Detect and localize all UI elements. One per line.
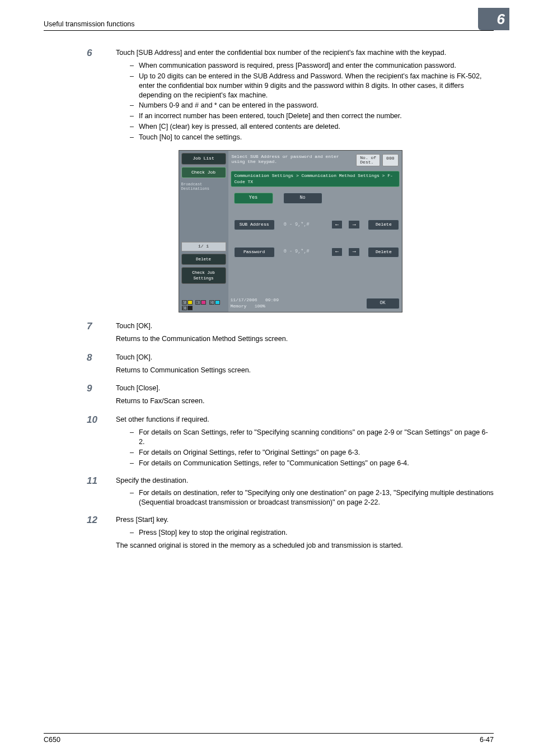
step-9: 9 Touch [Close]. Returns to Fax/Scan scr… <box>87 384 494 408</box>
screen-instruction: Select SUB Address or password and enter… <box>232 154 339 165</box>
job-list-button[interactable]: Job List <box>181 153 226 165</box>
step-number: 11 <box>87 476 116 509</box>
bullet: Numbers 0-9 and # and * can be entered i… <box>139 101 494 110</box>
bullet: For details on Original Settings, refer … <box>139 448 494 458</box>
step-11: 11 Specify the destination. –For details… <box>87 476 494 509</box>
bullet: For details on Communication Settings, r… <box>139 459 494 468</box>
step-result: Returns to the Communication Method Sett… <box>116 334 494 344</box>
sub-address-range: 0 - 9,*,# <box>284 222 326 228</box>
ok-button[interactable]: OK <box>366 298 400 309</box>
bullet: For details on destination, refer to "Sp… <box>139 488 494 507</box>
left-delete-button[interactable]: Delete <box>181 254 226 265</box>
step-result: Returns to Fax/Scan screen. <box>116 396 494 406</box>
breadcrumb: Communication Settings > Communication M… <box>231 171 400 188</box>
sub-address-delete-button[interactable]: Delete <box>368 220 399 230</box>
step-text: Set other functions if required. <box>116 415 494 424</box>
step-text: Touch [SUB Address] and enter the confid… <box>116 48 494 58</box>
sub-address-button[interactable]: SUB Address <box>234 220 275 230</box>
dest-count: 000 <box>382 154 398 166</box>
step-text: Touch [OK]. <box>116 353 494 362</box>
bullet: For details on Scan Settings, refer to "… <box>139 428 494 447</box>
step-number: 12 <box>87 515 116 553</box>
step-result: Returns to Communication Settings screen… <box>116 366 494 375</box>
step-12: 12 Press [Start] key. –Press [Stop] key … <box>87 515 494 553</box>
running-header: Useful transmission functions <box>44 20 135 28</box>
yes-button[interactable]: Yes <box>234 193 273 203</box>
toner-indicators: Y M C K <box>181 300 228 311</box>
check-job-settings-button[interactable]: Check Job Settings <box>181 267 226 284</box>
step-number: 10 <box>87 415 116 469</box>
step-text: Touch [Close]. <box>116 384 494 393</box>
pager: 1/ 1 <box>181 242 226 251</box>
step-number: 7 <box>87 321 116 346</box>
step-6: 6 Touch [SUB Address] and enter the conf… <box>87 48 494 143</box>
step-10: 10 Set other functions if required. –For… <box>87 415 494 469</box>
footer-rule <box>44 733 494 734</box>
status-bar: 11/17/2006 09:09 Memory 100% <box>231 297 279 310</box>
password-delete-button[interactable]: Delete <box>368 247 399 258</box>
step-number: 6 <box>87 48 116 143</box>
step-7: 7 Touch [OK]. Returns to the Communicati… <box>87 321 494 346</box>
bullet: If an incorrect number has been entered,… <box>139 111 494 121</box>
step-8: 8 Touch [OK]. Returns to Communication S… <box>87 353 494 377</box>
fcode-tx-screenshot: Job List Check Job Broadcast Destination… <box>179 150 402 312</box>
check-job-button[interactable]: Check Job <box>181 167 226 179</box>
password-button[interactable]: Password <box>234 247 275 258</box>
bullet: Up to 20 digits can be entered in the SU… <box>139 72 494 100</box>
bullet: When communication password is required,… <box>139 61 494 71</box>
step-text: Specify the destination. <box>116 476 494 486</box>
arrow-left-icon[interactable]: ← <box>331 220 343 229</box>
bullet: When [C] (clear) key is pressed, all ent… <box>139 122 494 132</box>
header-rule <box>44 30 494 31</box>
arrow-right-icon[interactable]: → <box>348 248 360 256</box>
step-number: 8 <box>87 353 116 377</box>
footer-model: C650 <box>44 736 60 744</box>
broadcast-label: Broadcast Destinations <box>181 183 226 191</box>
bullet: Touch [No] to cancel the settings. <box>139 133 494 142</box>
step-number: 9 <box>87 384 116 408</box>
footer-page: 6-47 <box>480 736 494 744</box>
step-result: The scanned original is stored in the me… <box>116 541 494 550</box>
chapter-number-badge: 6 <box>478 8 509 30</box>
no-button[interactable]: No <box>283 193 322 203</box>
step-text: Touch [OK]. <box>116 321 494 331</box>
step-text: Press [Start] key. <box>116 515 494 525</box>
arrow-left-icon[interactable]: ← <box>331 248 343 256</box>
password-range: 0 - 9,*,# <box>284 249 326 255</box>
dest-label: No. of Dest. <box>356 154 380 166</box>
arrow-right-icon[interactable]: → <box>348 220 360 229</box>
bullet: Press [Stop] key to stop the original re… <box>139 528 494 538</box>
